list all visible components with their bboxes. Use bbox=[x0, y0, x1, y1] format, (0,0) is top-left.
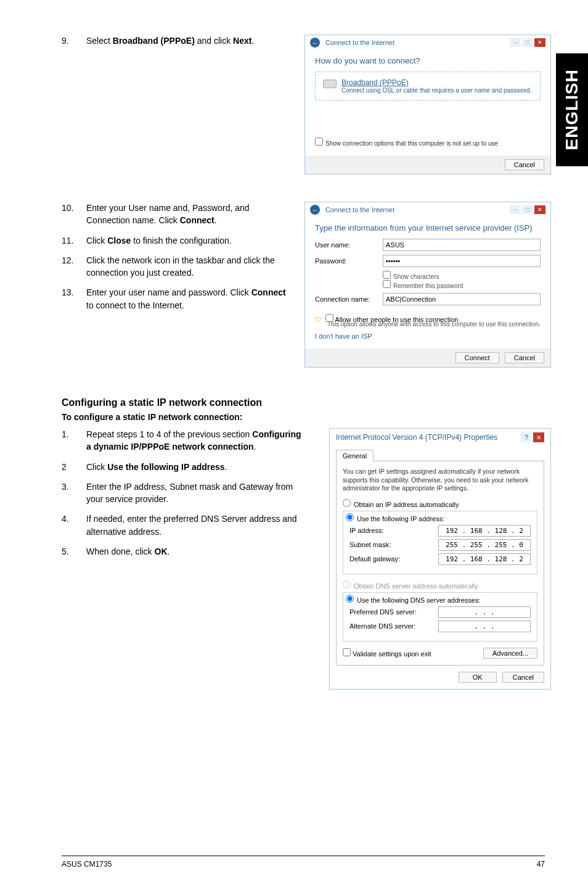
username-label: User name: bbox=[315, 241, 383, 249]
pdns-label: Preferred DNS server: bbox=[349, 608, 417, 616]
subnet-input[interactable]: 255 . 255 . 255 . 0 bbox=[438, 539, 531, 551]
remember-checkbox[interactable] bbox=[383, 280, 391, 288]
gateway-label: Default gateway: bbox=[349, 555, 400, 563]
dialog2-titlebar: ← Connect to the Internet – □ ✕ bbox=[305, 202, 550, 217]
use-ip-radio[interactable] bbox=[346, 513, 354, 521]
pdns-input[interactable]: . . . bbox=[438, 606, 531, 618]
password-input[interactable] bbox=[383, 255, 541, 267]
obtain-ip-radio[interactable] bbox=[343, 499, 351, 507]
step-s5: 5. When done, click OK. bbox=[62, 545, 304, 558]
connect-dialog-2: ← Connect to the Internet – □ ✕ Type the… bbox=[304, 202, 551, 368]
adns-input[interactable]: . . . bbox=[438, 621, 531, 632]
obtain-dns-radio bbox=[343, 580, 351, 588]
shield-icon: 🛡 bbox=[315, 316, 322, 323]
dialog1-title: Connect to the Internet bbox=[325, 39, 394, 46]
ipv4-desc: You can get IP settings assigned automat… bbox=[343, 468, 537, 493]
back-icon[interactable]: ← bbox=[310, 205, 320, 215]
use-dns-radio[interactable] bbox=[346, 595, 354, 603]
step-s4: 4. If needed, enter the preferred DNS Se… bbox=[62, 513, 304, 538]
help-icon[interactable]: ? bbox=[521, 432, 532, 442]
step-text: Select Broadband (PPPoE) and click Next. bbox=[86, 35, 292, 47]
dialog1-heading: How do you want to connect? bbox=[315, 56, 541, 65]
ip-input[interactable]: 192 . 168 . 128 . 2 bbox=[438, 525, 531, 537]
connect-dialog-1: ← Connect to the Internet – □ ✕ How do y… bbox=[304, 35, 551, 175]
static-ip-subhead: To configure a static IP network connect… bbox=[62, 412, 551, 422]
step-s3: 3. Enter the IP address, Subnet mask and… bbox=[62, 481, 304, 506]
password-label: Password: bbox=[315, 257, 383, 265]
minimize-icon[interactable]: – bbox=[510, 205, 521, 214]
maximize-icon[interactable]: □ bbox=[522, 38, 533, 47]
language-tab: ENGLISH bbox=[556, 53, 588, 166]
subnet-label: Subnet mask: bbox=[349, 541, 391, 548]
username-input[interactable] bbox=[383, 239, 541, 251]
broadband-title: Broadband (PPPoE) bbox=[341, 78, 532, 87]
step-9: 9. Select Broadband (PPPoE) and click Ne… bbox=[62, 35, 292, 47]
step-13: 13. Enter your user name and password. C… bbox=[62, 286, 292, 311]
cancel-button[interactable]: Cancel bbox=[505, 159, 544, 170]
back-icon[interactable]: ← bbox=[310, 38, 320, 47]
no-isp-link[interactable]: I don't have an ISP bbox=[315, 332, 372, 340]
close-icon[interactable]: ✕ bbox=[533, 432, 544, 442]
show-options-checkbox[interactable] bbox=[315, 138, 323, 146]
allow-other-desc: This option allows anyone with access to… bbox=[327, 321, 541, 328]
close-icon[interactable]: ✕ bbox=[534, 205, 545, 214]
ok-button[interactable]: OK bbox=[459, 672, 497, 683]
maximize-icon[interactable]: □ bbox=[522, 205, 533, 214]
minimize-icon[interactable]: – bbox=[510, 38, 521, 47]
general-tab[interactable]: General bbox=[336, 450, 374, 461]
conn-name-label: Connection name: bbox=[315, 295, 383, 303]
dns-fieldset: Use the following DNS server addresses: … bbox=[343, 592, 537, 642]
dialog2-title: Connect to the Internet bbox=[325, 206, 394, 213]
modem-icon bbox=[323, 80, 337, 88]
validate-checkbox[interactable] bbox=[343, 648, 351, 656]
ipv4-titlebar: Internet Protocol Version 4 (TCP/IPv4) P… bbox=[330, 429, 550, 446]
cancel-button[interactable]: Cancel bbox=[505, 352, 544, 363]
broadband-desc: Connect using DSL or cable that requires… bbox=[341, 87, 532, 94]
row-steps10-13: 10. Enter your User name and, Password, … bbox=[62, 202, 551, 376]
step-number: 9. bbox=[62, 35, 86, 47]
step-11: 11. Click Close to finish the configurat… bbox=[62, 234, 292, 247]
page-content: 9. Select Broadband (PPPoE) and click Ne… bbox=[0, 0, 588, 708]
broadband-option[interactable]: Broadband (PPPoE) Connect using DSL or c… bbox=[315, 72, 541, 101]
ipv4-dialog: Internet Protocol Version 4 (TCP/IPv4) P… bbox=[329, 428, 551, 690]
dialog2-heading: Type the information from your Internet … bbox=[315, 223, 541, 233]
static-ip-title: Configuring a static IP network connecti… bbox=[62, 397, 551, 408]
static-ip-fieldset: Use the following IP address: IP address… bbox=[343, 511, 537, 574]
cancel-button[interactable]: Cancel bbox=[502, 672, 544, 683]
step-12: 12. Click the network icon in the taskba… bbox=[62, 254, 292, 279]
advanced-button[interactable]: Advanced... bbox=[483, 648, 537, 659]
step-10: 10. Enter your User name and, Password, … bbox=[62, 202, 292, 227]
show-options-row[interactable]: Show connection options that this comput… bbox=[315, 138, 541, 147]
footer-page: 47 bbox=[537, 860, 545, 868]
dialog1-titlebar: ← Connect to the Internet – □ ✕ bbox=[305, 35, 550, 50]
conn-name-input[interactable] bbox=[383, 293, 541, 305]
step-s1: 1. Repeat steps 1 to 4 of the previous s… bbox=[62, 428, 304, 453]
connect-button[interactable]: Connect bbox=[455, 352, 499, 363]
page-footer: ASUS CM1735 47 bbox=[62, 856, 545, 868]
gateway-input[interactable]: 192 . 168 . 128 . 2 bbox=[438, 553, 531, 565]
ip-label: IP address: bbox=[349, 527, 383, 534]
row-static-steps: 1. Repeat steps 1 to 4 of the previous s… bbox=[62, 428, 551, 690]
footer-model: ASUS CM1735 bbox=[62, 860, 112, 868]
show-chars-checkbox[interactable] bbox=[383, 271, 391, 279]
adns-label: Alternate DNS server: bbox=[349, 622, 415, 630]
step-s2: 2 Click Use the following IP address. bbox=[62, 461, 304, 473]
close-icon[interactable]: ✕ bbox=[534, 38, 545, 47]
row-step9: 9. Select Broadband (PPPoE) and click Ne… bbox=[62, 35, 551, 183]
